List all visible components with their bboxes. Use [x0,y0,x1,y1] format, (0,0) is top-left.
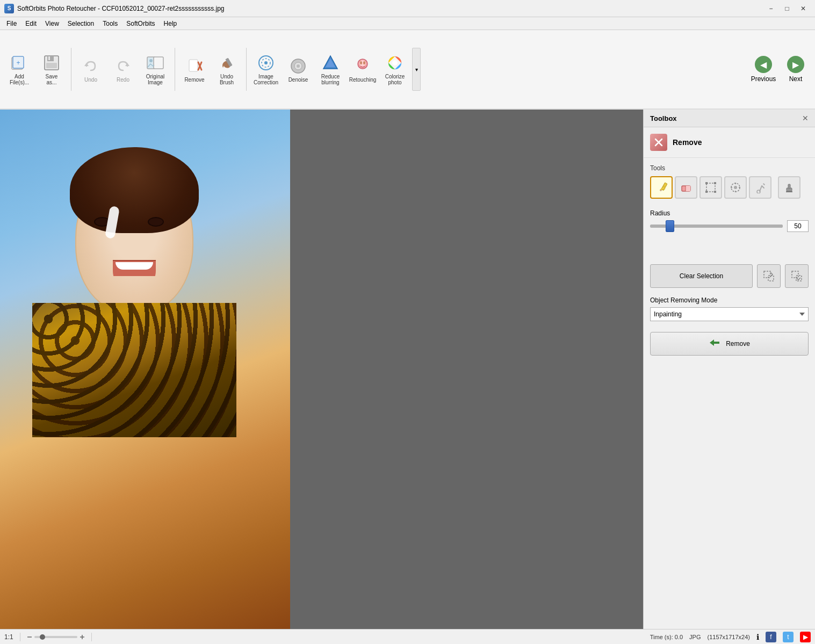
minimize-button[interactable]: − [763,3,778,15]
toolbox-panel: Toolbox ✕ Remove Tools [643,110,815,629]
previous-label: Previous [751,75,776,83]
svg-point-11 [149,59,153,62]
reduce-blurring-label: Reduceblurring [321,74,340,85]
select-rect-tool-button[interactable] [699,176,722,199]
radius-thumb[interactable] [666,220,674,232]
magic-select-tool-button[interactable] [724,176,747,199]
menu-file[interactable]: File [2,19,21,28]
svg-rect-51 [764,271,770,278]
dimensions-label: (1157x1717x24) [707,634,750,640]
lasso-tool-button[interactable] [749,176,771,199]
selection-load-button[interactable] [757,264,781,288]
svg-rect-6 [48,56,50,60]
previous-icon: ◀ [755,56,772,73]
svg-point-29 [392,60,398,66]
separator-2 [175,48,175,91]
image-correction-icon [256,53,276,73]
zoom-minus-icon [27,634,32,640]
close-button[interactable]: ✕ [796,3,811,15]
pencil-tool-button[interactable] [650,176,673,199]
clothing-pattern [32,303,236,437]
stamp-tool-button[interactable] [778,176,800,199]
spacer-1 [644,238,815,260]
zoom-controls[interactable] [27,634,85,640]
reduce-blurring-button[interactable]: Reduceblurring [315,50,345,88]
maximize-button[interactable]: □ [780,3,795,15]
status-bar: 1:1 Time (s): 0.0 JPG (1157x1717x24) ℹ f… [0,629,815,644]
zoom-indicator: 1:1 [4,633,13,641]
more-toolbar-button[interactable]: ▾ [412,48,421,91]
clear-selection-button[interactable]: Clear Selection [650,264,753,288]
save-as-button[interactable]: Saveas... [37,50,67,88]
menu-tools[interactable]: Tools [98,19,122,28]
original-image-label: OriginalImage [146,74,164,85]
tools-label: Tools [650,164,809,172]
undo-button[interactable]: Undo [76,50,106,88]
undo-label: Undo [84,77,97,83]
redo-button[interactable]: Redo [108,50,138,88]
svg-rect-33 [686,186,690,191]
canvas-area[interactable] [0,110,643,629]
facebook-icon[interactable]: f [766,632,776,642]
twitter-icon[interactable]: t [783,632,794,642]
status-right: Time (s): 0.0 JPG (1157x1717x24) ℹ f t ▶ [650,632,811,642]
svg-rect-50 [786,191,792,192]
selection-save-button[interactable] [785,264,809,288]
tools-section: Tools [644,158,815,205]
status-divider-2 [91,633,92,641]
undo-brush-button[interactable]: UndoBrush [212,50,242,88]
svg-rect-39 [714,191,716,193]
next-label: Next [789,75,803,83]
toolbox-close-button[interactable]: ✕ [802,114,809,122]
svg-rect-49 [788,184,790,189]
image-correction-label: ImageCorrection [254,74,278,85]
denoise-button[interactable]: Denoise [283,50,313,88]
svg-text:+: + [16,59,20,67]
window-controls: − □ ✕ [763,3,811,15]
mode-select[interactable]: Inpainting Clone Stamp Move [650,307,809,321]
svg-rect-5 [46,63,57,68]
right-eye [148,217,164,227]
buttons-area: Clear Selection [644,260,815,292]
radius-value[interactable]: 50 [787,220,809,232]
svg-rect-10 [154,57,163,69]
svg-rect-12 [189,60,198,71]
youtube-icon[interactable]: ▶ [800,632,811,642]
next-button[interactable]: ▶ Next [781,50,811,88]
info-button[interactable]: ℹ [756,633,759,641]
original-image-button[interactable]: OriginalImage [140,50,170,88]
add-files-button[interactable]: + AddFile(s)... [4,50,34,88]
undo-icon [81,56,100,76]
hair-shape [70,147,199,233]
tools-row [650,176,809,199]
svg-rect-53 [792,271,798,278]
retouching-label: Retouching [349,77,377,83]
colorize-button[interactable]: Colorizephoto [380,50,410,88]
retouching-button[interactable]: Retouching [348,50,378,88]
radius-row: 50 [650,220,809,232]
svg-point-27 [363,61,365,64]
menu-softorbits[interactable]: SoftOrbits [122,19,159,28]
svg-rect-4 [47,56,54,61]
previous-button[interactable]: ◀ Previous [748,50,778,88]
svg-rect-47 [763,183,765,185]
radius-slider[interactable] [650,225,783,228]
mode-label: Object Removing Mode [650,296,809,304]
menu-edit[interactable]: Edit [21,19,41,28]
portrait-area [32,142,247,437]
zoom-slider[interactable] [34,636,77,638]
toolbar: + AddFile(s)... Saveas... Undo [0,30,815,110]
eraser-tool-button[interactable] [675,176,697,199]
remove-toolbar-button[interactable]: Remove [179,50,210,88]
svg-point-46 [757,190,760,193]
menu-view[interactable]: View [41,19,63,28]
mouth-shape [113,260,156,276]
remove-action-button[interactable]: Remove [650,332,809,356]
denoise-icon [289,56,308,76]
zoom-thumb[interactable] [40,634,45,640]
menu-help[interactable]: Help [160,19,182,28]
menu-selection[interactable]: Selection [63,19,98,28]
mode-section: Object Removing Mode Inpainting Clone St… [644,292,815,325]
menu-bar: File Edit View Selection Tools SoftOrbit… [0,17,815,30]
image-correction-button[interactable]: ImageCorrection [251,50,281,88]
